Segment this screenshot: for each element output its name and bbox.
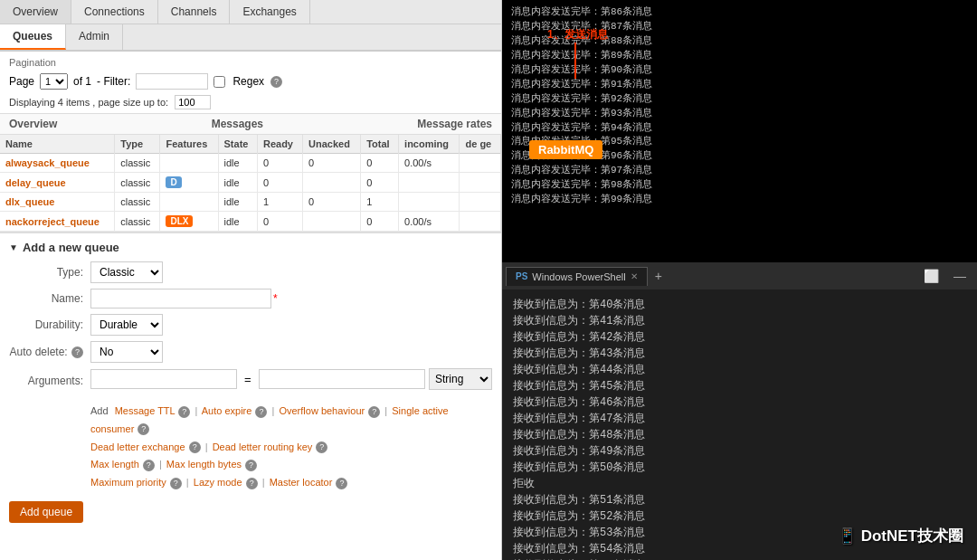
col-ready: Ready — [257, 135, 302, 154]
cell-type: classic — [115, 154, 160, 173]
top-terminal: 消息内容发送完毕：第86条消息消息内容发送完毕：第87条消息消息内容发送完毕：第… — [502, 0, 977, 262]
col-name: Name — [0, 135, 115, 154]
cell-type: classic — [115, 212, 160, 232]
queue-name-link[interactable]: alwaysack_queue — [5, 157, 90, 168]
queue-name-link[interactable]: delay_queue — [5, 177, 66, 188]
terminal-line: 消息内容发送完毕：第88条消息 — [511, 34, 968, 49]
cell-incoming: 0.00/s — [399, 212, 460, 232]
close-tab-icon[interactable]: ✕ — [631, 271, 638, 281]
table-row: nackorreject_queueclassicDLXidle000.00/s — [0, 212, 501, 232]
nav-row-1: Overview Connections Channels Exchanges — [0, 0, 501, 24]
overview-header: Overview Messages Message rates — [0, 113, 501, 135]
link-auto-expire[interactable]: Auto expire — [202, 405, 252, 416]
add-label: Add — [90, 405, 109, 416]
link-message-ttl[interactable]: Message TTL — [115, 405, 175, 416]
link-max-priority[interactable]: Maximum priority — [90, 477, 166, 488]
cell-features — [160, 154, 218, 173]
add-links: Add Message TTL ? | Auto expire ? | Over… — [9, 399, 492, 496]
queues-tbody: alwaysack_queueclassicidle0000.00/sdelay… — [0, 154, 501, 232]
auto-delete-help-icon[interactable]: ? — [71, 346, 83, 358]
name-input[interactable] — [90, 289, 271, 308]
cell-type: classic — [115, 173, 160, 193]
powershell-tab[interactable]: PS Windows PowerShell ✕ — [506, 267, 648, 286]
page-select[interactable]: 1 — [40, 73, 68, 90]
auto-delete-select[interactable]: No Yes — [90, 341, 163, 363]
pagination-row: Page 1 of 1 - Filter: Regex ? — [0, 70, 501, 93]
tab-queues[interactable]: Queues — [0, 24, 66, 50]
overflow-help[interactable]: ? — [368, 406, 380, 418]
terminal-line: 消息内容发送完毕：第90条消息 — [511, 63, 968, 78]
link-dead-letter-exchange[interactable]: Dead letter exchange — [90, 441, 185, 452]
msg-ttl-help[interactable]: ? — [178, 406, 190, 418]
cell-state: idle — [218, 212, 257, 232]
master-locator-help[interactable]: ? — [336, 478, 347, 489]
queue-name-link[interactable]: dlx_queue — [5, 196, 54, 207]
terminal-line: 接收到信息为：第41条消息 — [513, 313, 966, 329]
cell-features: D — [160, 173, 218, 193]
max-length-bytes-help[interactable]: ? — [245, 460, 257, 471]
minimize-icon[interactable]: — — [946, 265, 973, 287]
cell-dege — [460, 173, 501, 193]
tab-overview[interactable]: Overview — [0, 0, 71, 24]
col-state: State — [218, 135, 257, 154]
terminal-line: 接收到信息为：第42条消息 — [513, 329, 966, 346]
cell-incoming — [399, 173, 460, 193]
new-tab-icon[interactable]: + — [648, 265, 669, 287]
tab-exchanges[interactable]: Exchanges — [230, 0, 309, 24]
bottom-terminal-container: PS Windows PowerShell ✕ + ⬜ — 接收到信息为：第40… — [502, 262, 977, 560]
tab-connections[interactable]: Connections — [71, 0, 158, 24]
terminal-line: 接收到信息为：第50条消息 — [513, 460, 966, 476]
auto-expire-help[interactable]: ? — [255, 406, 267, 418]
arg-key-input[interactable] — [90, 369, 237, 389]
table-row: dlx_queueclassicidle101 — [0, 193, 501, 212]
name-row: Name: * — [9, 289, 492, 308]
nav-row-2: Queues Admin — [0, 24, 501, 51]
queues-table: Name Type Features State Ready Unacked T… — [0, 135, 501, 232]
terminal-tabs: PS Windows PowerShell ✕ + ⬜ — — [502, 262, 977, 289]
dlr-help[interactable]: ? — [316, 441, 327, 453]
durability-select[interactable]: Durable Transient — [90, 314, 163, 336]
cell-total: 0 — [361, 212, 399, 232]
link-master-locator[interactable]: Master locator — [270, 477, 333, 488]
terminal-line: 消息内容发送完毕：第89条消息 — [511, 49, 968, 63]
name-label: Name: — [9, 292, 90, 305]
terminal-line: 接收到信息为：第51条消息 — [513, 492, 966, 508]
regex-help-icon[interactable]: ? — [270, 76, 282, 88]
max-length-help[interactable]: ? — [143, 460, 155, 471]
terminal-line: 接收到信息为：第45条消息 — [513, 378, 966, 394]
link-lazy-mode[interactable]: Lazy mode — [194, 477, 242, 488]
cell-incoming: 0.00/s — [399, 154, 460, 173]
arg-value-input[interactable] — [259, 369, 425, 389]
link-overflow[interactable]: Overflow behaviour — [279, 405, 365, 416]
tab-channels[interactable]: Channels — [158, 0, 231, 24]
link-dead-letter-routing[interactable]: Dead letter routing key — [213, 441, 313, 452]
max-priority-help[interactable]: ? — [170, 478, 182, 489]
ps-icon: PS — [516, 271, 527, 281]
regex-checkbox[interactable] — [213, 76, 225, 88]
terminal-line: 消息内容发送完毕：第98条消息 — [511, 178, 968, 193]
type-select[interactable]: Classic Quorum — [90, 261, 163, 283]
dle-help[interactable]: ? — [189, 441, 201, 453]
messages-label: Messages — [212, 118, 263, 130]
cell-state: idle — [218, 154, 257, 173]
queues-table-container: Name Type Features State Ready Unacked T… — [0, 135, 501, 232]
filter-label: - Filter: — [97, 75, 130, 88]
filter-input[interactable] — [136, 73, 208, 90]
terminal-line: 接收到信息为：第46条消息 — [513, 394, 966, 411]
arg-type-select[interactable]: String Number — [429, 368, 492, 390]
link-max-length[interactable]: Max length — [90, 459, 139, 470]
terminal-line: 消息内容发送完毕：第92条消息 — [511, 92, 968, 107]
link-max-length-bytes[interactable]: Max length bytes — [166, 459, 242, 470]
add-queue-title: Add a new queue — [23, 241, 119, 254]
maximize-icon[interactable]: ⬜ — [916, 265, 946, 287]
add-queue-button[interactable]: Add queue — [9, 501, 83, 523]
tab-admin[interactable]: Admin — [66, 24, 123, 50]
overview-label: Overview — [9, 118, 57, 130]
lazy-mode-help[interactable]: ? — [246, 478, 258, 489]
single-active-help[interactable]: ? — [138, 423, 149, 435]
col-features: Features — [160, 135, 218, 154]
add-queue-toggle[interactable]: ▼ Add a new queue — [9, 241, 492, 254]
cell-unacked — [303, 212, 361, 232]
table-row: delay_queueclassicDidle00 — [0, 173, 501, 193]
queue-name-link[interactable]: nackorreject_queue — [5, 216, 100, 227]
